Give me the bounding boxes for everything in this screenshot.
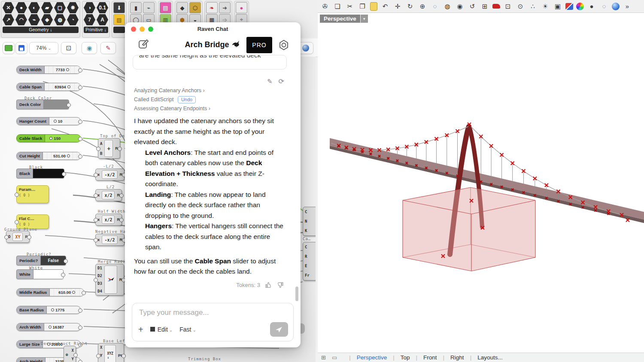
- edit-message-icon[interactable]: ✎: [267, 78, 273, 85]
- close-hex-icon[interactable]: ✕: [3, 2, 14, 13]
- box-hex-icon[interactable]: ▢: [54, 2, 66, 13]
- negative-half-width-component[interactable]: x -x/2 R: [95, 234, 125, 246]
- model-dropdown[interactable]: Edit⌄: [150, 326, 173, 333]
- curve-component[interactable]: CREFr: [303, 242, 316, 281]
- slider-base-radius[interactable]: Base Radius 1775: [16, 306, 81, 314]
- slider-knob[interactable]: [54, 120, 57, 123]
- slider-cut-height[interactable]: Cut Height 531.00: [16, 152, 81, 160]
- viewport-label-dropdown[interactable]: Perspective ▾: [320, 15, 368, 23]
- arrow-right-icon[interactable]: ➜: [219, 2, 231, 13]
- periodic-toggle[interactable]: Periodic? False: [16, 256, 66, 265]
- pink-sphere-icon[interactable]: ●: [236, 2, 247, 13]
- viewport-tab-layouts[interactable]: Layouts...: [477, 354, 503, 361]
- undo-view-icon[interactable]: ↺: [468, 2, 477, 11]
- catenary-component[interactable]: CNK: [303, 207, 316, 236]
- lamp-icon[interactable]: ☀: [541, 2, 550, 11]
- ellipse-hex-icon[interactable]: ◐: [28, 2, 40, 13]
- lock-icon[interactable]: ▣: [553, 2, 562, 11]
- arc-hex-icon[interactable]: ◠: [15, 14, 27, 25]
- regenerate-icon[interactable]: ⟳: [279, 77, 284, 85]
- slider-deck-width[interactable]: Deck Width 7733: [16, 66, 81, 74]
- text-hex-icon[interactable]: A: [97, 14, 108, 25]
- param-panel[interactable]: Param… ( 0 ): [16, 185, 49, 203]
- curve-hex-icon[interactable]: ⌁: [28, 14, 40, 25]
- undo-icon[interactable]: ↶: [380, 2, 390, 11]
- toggle-icon[interactable]: ▮: [130, 2, 142, 13]
- settings-gear-icon[interactable]: [278, 39, 289, 51]
- slider-knob[interactable]: [49, 326, 52, 329]
- viewport-tab-front[interactable]: Front: [423, 354, 437, 361]
- named-view-car-icon[interactable]: [492, 4, 500, 9]
- print-icon[interactable]: ✇: [320, 2, 330, 11]
- send-button[interactable]: [270, 322, 288, 337]
- sphere-ghosted-icon[interactable]: ◌: [599, 2, 609, 11]
- plane-hex-icon[interactable]: ▰: [41, 2, 53, 13]
- zoom-extents-icon[interactable]: ⊡: [61, 42, 76, 54]
- import-icon[interactable]: ⬇: [113, 2, 125, 13]
- seven-hex-icon[interactable]: 7: [84, 14, 95, 25]
- honeycomb-icon[interactable]: ⬡: [189, 2, 201, 13]
- slider-knob[interactable]: [67, 85, 70, 88]
- vector-hex-icon[interactable]: ↗: [3, 14, 14, 25]
- circle-hex-icon[interactable]: ●: [15, 2, 27, 13]
- cherries-icon[interactable]: ❧: [206, 2, 218, 13]
- toolbar-group-label[interactable]: Geometry ↓: [3, 27, 79, 33]
- slider-hanger-count[interactable]: Hanger Count 10: [16, 117, 81, 125]
- half-circle-hex-icon[interactable]: ◑: [84, 2, 95, 13]
- rotate-view-icon[interactable]: ↻: [405, 2, 415, 11]
- new-file-icon[interactable]: ❏: [333, 2, 342, 11]
- slider-knob[interactable]: [51, 308, 54, 311]
- paintbrush-icon[interactable]: ✎: [100, 42, 116, 54]
- slider-knob[interactable]: [72, 291, 75, 294]
- slider-middle-radius[interactable]: Middle Radius 610.00: [16, 288, 84, 296]
- swoosh-hex-icon[interactable]: ◆: [176, 2, 188, 13]
- preview-eye-icon[interactable]: ◉: [82, 42, 97, 54]
- merge-component[interactable]: D1D2D3D4 R: [95, 264, 124, 296]
- snowflake-hex-icon[interactable]: ❋: [67, 2, 79, 13]
- attach-plus-button[interactable]: +: [138, 325, 143, 335]
- step-row[interactable]: Assessing Catenary Endpoints ›: [134, 104, 210, 113]
- zoom-window-icon[interactable]: ◌: [430, 2, 440, 11]
- viewport-tab-top[interactable]: Top: [401, 354, 410, 361]
- xy-plane-component[interactable]: O XY P: [6, 231, 30, 243]
- half-length-component[interactable]: x x/2 R: [95, 189, 122, 201]
- step-row[interactable]: Analyzing Catenary Anchors ›: [134, 86, 210, 95]
- warn-icon[interactable]: ▨: [113, 14, 125, 25]
- viewport-grid-icon[interactable]: ⊞: [321, 354, 326, 361]
- shaded-view-icon[interactable]: [565, 3, 573, 10]
- zoom-select[interactable]: 74% ⌄: [29, 42, 58, 54]
- chat-input-box[interactable]: Type your message... + Edit⌄ Fast⌄: [132, 303, 294, 341]
- deconstruct-component[interactable]: ⊕ XY: [64, 346, 76, 362]
- bridge-3d-scene[interactable]: [318, 13, 644, 353]
- relay-icon[interactable]: ⌁: [143, 2, 155, 13]
- decimal-hex-icon[interactable]: 0.1: [97, 2, 108, 13]
- color-wheel-icon[interactable]: [576, 3, 584, 10]
- undo-button[interactable]: Undo: [178, 96, 196, 103]
- save-file-icon[interactable]: [15, 42, 27, 54]
- flatten-panel[interactable]: Flat C… ( 0 ): [16, 214, 49, 229]
- sphere-white-icon[interactable]: ●: [587, 2, 596, 11]
- slider-cable-span[interactable]: Cable Span 83934: [16, 83, 81, 91]
- more-icon[interactable]: »: [623, 2, 632, 11]
- viewport-single-icon[interactable]: ▭: [332, 354, 337, 361]
- chat-scrollbar-thumb[interactable]: [295, 287, 298, 301]
- panel-icon[interactable]: ▤: [160, 2, 171, 13]
- slider-knob[interactable]: [66, 68, 69, 71]
- speed-dropdown[interactable]: Fast⌄: [179, 326, 196, 333]
- cplane-icon[interactable]: ⊡: [503, 2, 513, 11]
- message-input[interactable]: Type your message...: [139, 308, 209, 317]
- viewports-icon[interactable]: ⊞: [480, 2, 489, 11]
- pro-badge[interactable]: PRO: [246, 37, 272, 53]
- slider-knob[interactable]: [67, 154, 70, 157]
- osnap-circle-icon[interactable]: ⊙: [516, 2, 525, 11]
- addition-component[interactable]: AB + R: [98, 138, 120, 159]
- trimming-box-3d[interactable]: [403, 187, 535, 271]
- thumbs-up-icon[interactable]: [265, 282, 272, 288]
- diamond-hex-icon[interactable]: ◈: [41, 14, 53, 25]
- copy-icon[interactable]: ❐: [358, 2, 367, 11]
- construct-point-component[interactable]: XYZ XYZ↓ Pt: [98, 343, 124, 362]
- paste-icon[interactable]: [370, 2, 377, 11]
- viewport-tab-right[interactable]: Right: [450, 354, 464, 361]
- mesh-hex-icon[interactable]: ◔: [67, 14, 79, 25]
- negative-half-length-component[interactable]: x -x/2 R: [95, 169, 125, 181]
